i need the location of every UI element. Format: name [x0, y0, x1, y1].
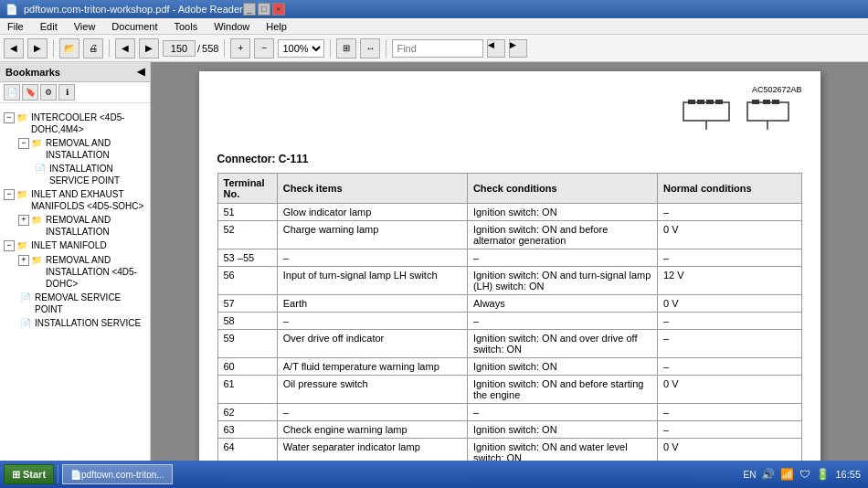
find-input[interactable]	[392, 39, 483, 58]
back-button[interactable]: ◀	[4, 38, 24, 58]
sidebar-page-icon[interactable]: 📄	[4, 84, 20, 101]
cell-normal: –	[658, 204, 802, 221]
battery-icon[interactable]: 🔋	[816, 468, 830, 481]
taskbar-app-pdf[interactable]: 📄 pdftown.com-triton...	[62, 464, 173, 484]
cell-check-items: Input of turn-signal lamp LH switch	[277, 267, 467, 295]
table-row: 64 Water separater indicator lamp Igniti…	[217, 439, 801, 461]
page-number-input[interactable]	[163, 40, 196, 57]
menu-window[interactable]: Window	[210, 21, 253, 32]
tree-folder-icon-2: 📁	[31, 137, 44, 150]
svg-rect-2	[697, 100, 704, 104]
page-total: 558	[202, 43, 218, 54]
toolbar: ◀ ▶ 📂 🖨 ◀ ▶ / 558 + − 100% 75% 150% ⊞ ↔ …	[0, 35, 868, 62]
tree-item-inlet-manifold: − 📁 INLET MANIFOLD + 📁 REMOVAL AND INSTA…	[2, 239, 148, 331]
zoom-out-button[interactable]: −	[254, 38, 274, 58]
cell-terminal: 62	[217, 404, 277, 421]
cell-check-items: Over drive off indicator	[277, 330, 467, 358]
cell-normal: 0 V	[658, 295, 802, 313]
tree-toggle-removal-1[interactable]: −	[18, 138, 29, 149]
fit-page-button[interactable]: ⊞	[336, 38, 356, 58]
page-number-display: / 558	[163, 40, 218, 57]
cell-terminal: 61	[217, 376, 277, 404]
menu-help[interactable]: Help	[262, 21, 291, 32]
table-row: 52 Charge warning lamp Ignition switch: …	[217, 221, 801, 249]
tree-item-inlet-exhaust: − 📁 INLET AND EXHAUST MANIFOLDS <4D5-SOH…	[2, 187, 148, 239]
find-next-button[interactable]: ▶	[509, 39, 527, 58]
close-button[interactable]: ×	[272, 3, 285, 16]
sidebar-settings-icon[interactable]: ⚙	[40, 84, 57, 101]
connector-diagram	[619, 98, 802, 148]
cell-check-items: –	[277, 313, 467, 330]
tree-item-removal-1: − 📁 REMOVAL AND INSTALLATION 📄 INSTALLAT…	[16, 136, 148, 187]
cell-check-conditions: Ignition switch: ON	[467, 421, 657, 439]
forward-button[interactable]: ▶	[27, 38, 48, 58]
cell-check-items: A/T fluid temperature warning lamp	[277, 358, 467, 376]
diagram-area: AC502672AB	[217, 85, 802, 148]
tree-folder-icon-5: 📁	[16, 239, 29, 252]
sidebar-info-icon[interactable]: ℹ	[58, 84, 75, 101]
table-row: 59 Over drive off indicator Ignition swi…	[217, 330, 801, 358]
zoom-select[interactable]: 100% 75% 150%	[278, 39, 324, 58]
svg-rect-8	[763, 100, 770, 104]
security-icon[interactable]: 🛡	[799, 468, 810, 481]
header-terminal: Terminal No.	[217, 174, 277, 204]
cell-terminal: 53 –55	[217, 249, 277, 267]
window-controls: _ □ ×	[243, 3, 285, 16]
minimize-button[interactable]: _	[243, 3, 256, 16]
tree-toggle-removal-2[interactable]: +	[18, 215, 29, 226]
zoom-in-button[interactable]: +	[230, 38, 250, 58]
table-row: 58 – – –	[217, 313, 801, 330]
cell-check-conditions: Ignition switch: ON and turn-signal lamp…	[467, 267, 657, 295]
table-row: 61 Oil pressure switch Ignition switch: …	[217, 376, 801, 404]
find-prev-button[interactable]: ◀	[487, 39, 505, 58]
toolbar-separator-5	[386, 39, 386, 58]
tree-toggle-inlet-exhaust[interactable]: −	[4, 189, 15, 200]
menu-tools[interactable]: Tools	[171, 21, 202, 32]
menu-view[interactable]: View	[70, 21, 100, 32]
title-bar: 📄 pdftown.com-triton-workshop.pdf - Adob…	[0, 0, 868, 18]
cell-normal: –	[658, 330, 802, 358]
next-page-button[interactable]: ▶	[139, 38, 159, 58]
tree-label-removal-1: REMOVAL AND INSTALLATION	[46, 137, 146, 161]
windows-logo-icon: ⊞	[12, 469, 20, 481]
tree-toggle-removal-3[interactable]: +	[18, 255, 29, 266]
toolbar-separator-1	[53, 39, 54, 58]
taskbar-apps: 📄 pdftown.com-triton...	[62, 464, 736, 484]
menu-bar: File Edit View Document Tools Window Hel…	[0, 18, 868, 35]
tree-doc-icon-1: 📄	[35, 163, 48, 175]
network-icon[interactable]: 📶	[780, 468, 794, 481]
tree-toggle-intercooler[interactable]: −	[4, 112, 15, 123]
content-area: AC502672AB	[151, 62, 868, 461]
table-body: 51 Glow indicator lamp Ignition switch: …	[217, 204, 801, 461]
sidebar-collapse-icon[interactable]: ◀	[137, 66, 144, 78]
maximize-button[interactable]: □	[258, 3, 270, 16]
menu-edit[interactable]: Edit	[37, 21, 61, 32]
menu-document[interactable]: Document	[108, 21, 161, 32]
cell-normal: 0 V	[658, 439, 802, 461]
fit-width-button[interactable]: ↔	[360, 38, 380, 58]
prev-page-button[interactable]: ◀	[115, 38, 135, 58]
print-button[interactable]: 🖨	[83, 38, 103, 58]
volume-icon[interactable]: 🔊	[761, 468, 775, 481]
menu-file[interactable]: File	[4, 21, 27, 32]
svg-rect-6	[747, 102, 789, 121]
sidebar-bookmark-icon[interactable]: 🔖	[22, 84, 38, 101]
cell-normal: –	[658, 421, 802, 439]
cell-check-conditions: Ignition switch: ON and before starting …	[467, 376, 657, 404]
tree-label-install-service: INSTALLATION SERVICE POINT	[49, 163, 146, 186]
start-button[interactable]: ⊞ Start	[4, 464, 54, 484]
ac-number: AC502672AB	[619, 85, 802, 94]
main-area: Bookmarks ◀ 📄 🔖 ⚙ ℹ − 📁 INTERCOOLER <4D5…	[0, 62, 868, 461]
data-table: Terminal No. Check items Check condition…	[217, 173, 802, 461]
tree-label-removal-service: REMOVAL SERVICE POINT	[35, 292, 146, 315]
svg-rect-1	[688, 100, 695, 104]
cell-check-items: –	[277, 249, 467, 267]
tree-toggle-inlet-manifold[interactable]: −	[4, 240, 15, 251]
cell-terminal: 56	[217, 267, 277, 295]
sidebar: Bookmarks ◀ 📄 🔖 ⚙ ℹ − 📁 INTERCOOLER <4D5…	[0, 62, 151, 461]
tree-label-removal-3: REMOVAL AND INSTALLATION <4D5-DOHC>	[46, 254, 146, 290]
toolbar-separator-2	[109, 39, 110, 58]
open-button[interactable]: 📂	[59, 38, 79, 58]
table-row: 62 – – –	[217, 404, 801, 421]
svg-rect-3	[706, 100, 714, 104]
